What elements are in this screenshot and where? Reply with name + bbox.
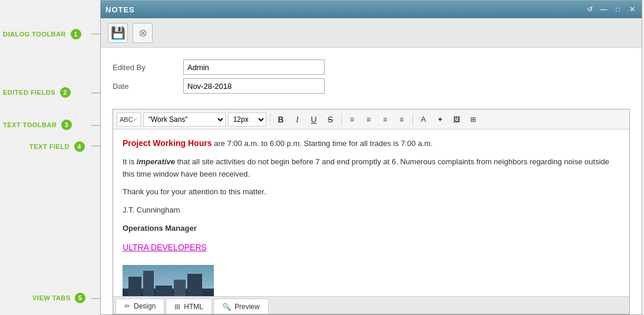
italic-button[interactable]: I xyxy=(290,112,305,127)
bold-button[interactable]: B xyxy=(274,112,288,127)
content-paragraph-5: Operations Manager xyxy=(123,223,620,235)
preview-tab-icon: 🔍 xyxy=(222,303,231,311)
content-paragraph-3: Thank you for your attention to this mat… xyxy=(123,186,620,198)
window-title: NOTES xyxy=(105,5,585,14)
edited-by-label: Edited By xyxy=(113,63,183,72)
toolbar-separator-3 xyxy=(412,114,413,125)
tab-preview[interactable]: 🔍 Preview xyxy=(213,299,269,314)
text-toolbar: ABC ✓ "Work Sans" Arial Times New Roman … xyxy=(113,110,629,130)
image-icon: 🖼 xyxy=(453,115,460,124)
align-center-button[interactable]: ≡ xyxy=(362,112,376,127)
toolbar-separator-1 xyxy=(270,114,270,125)
content-intro: are 7:00 a.m. to 6:00 p.m. Starting time… xyxy=(214,139,432,148)
cancel-icon: ⊗ xyxy=(138,26,147,39)
table-icon: ⊞ xyxy=(470,115,476,124)
edited-fields-section: Edited By Date xyxy=(113,59,630,97)
spellcheck-icon: ABC xyxy=(120,116,133,123)
design-tab-icon: ✏ xyxy=(124,302,130,310)
text-content-area[interactable]: Project Working Hours are 7:00 a.m. to 6… xyxy=(113,130,629,296)
edited-by-input[interactable] xyxy=(183,59,325,75)
window-controls: ↺ — □ ✕ xyxy=(585,5,637,14)
spellcheck-checkmark: ✓ xyxy=(133,116,138,122)
date-label: Date xyxy=(113,82,183,91)
view-tabs: ✏ Design ⊞ HTML 🔍 Preview xyxy=(113,296,629,314)
cancel-button[interactable]: ⊗ xyxy=(133,23,153,43)
content-title: Project Working Hours xyxy=(123,138,212,148)
tab-design[interactable]: ✏ Design xyxy=(115,299,164,314)
building-4 xyxy=(174,280,186,296)
align-left-button[interactable]: ≡ xyxy=(345,112,359,127)
strikethrough-button[interactable]: S xyxy=(323,112,338,127)
html-tab-icon: ⊞ xyxy=(174,303,180,311)
table-button[interactable]: ⊞ xyxy=(466,112,480,127)
building-3 xyxy=(156,286,172,296)
font-select[interactable]: "Work Sans" Arial Times New Roman Verdan… xyxy=(143,112,226,127)
design-tab-label: Design xyxy=(134,302,156,310)
refresh-btn[interactable]: ↺ xyxy=(585,5,595,14)
building-5 xyxy=(187,274,202,296)
annotation-text-toolbar: TEXT TOOLBAR 3 xyxy=(3,120,72,130)
text-editor: ABC ✓ "Work Sans" Arial Times New Roman … xyxy=(113,109,630,314)
annotation-view-tabs: VIEW TABS 5 xyxy=(32,293,85,303)
title-bar: NOTES ↺ — □ ✕ xyxy=(101,1,642,18)
content-paragraph-2: It is imperative that all site activitie… xyxy=(123,156,620,181)
justify-button[interactable]: ≡ xyxy=(395,112,409,127)
building-image xyxy=(123,265,214,296)
spellcheck-button[interactable]: ABC ✓ xyxy=(117,112,141,127)
annotation-text-field: TEXT FIELD 4 xyxy=(29,141,85,152)
preview-tab-label: Preview xyxy=(235,303,260,311)
save-icon: 💾 xyxy=(111,26,126,40)
annotation-edited-fields: EDITED FIELDS 2 xyxy=(3,87,71,98)
html-tab-label: HTML xyxy=(184,303,203,311)
content-link-paragraph: ULTRA DEVELOPERS xyxy=(123,241,620,254)
insert-image-button[interactable]: 🖼 xyxy=(450,112,464,127)
eraser-icon: ✦ xyxy=(437,115,443,124)
toolbar-separator-2 xyxy=(341,114,342,125)
edited-by-row: Edited By xyxy=(113,59,630,75)
annotation-dialog-toolbar: DIALOG TOOLBAR 1 xyxy=(3,29,81,39)
building-2 xyxy=(143,271,154,296)
highlight-button[interactable]: A xyxy=(417,112,431,127)
date-input[interactable] xyxy=(183,78,325,94)
main-content: Edited By Date ABC ✓ "Work Sans" Arial T… xyxy=(101,48,642,314)
content-paragraph-1: Project Working Hours are 7:00 a.m. to 6… xyxy=(123,137,620,150)
content-paragraph-4: J.T. Cunningham xyxy=(123,204,620,217)
content-imperative: imperative xyxy=(137,157,175,166)
tab-html[interactable]: ⊞ HTML xyxy=(166,299,212,314)
date-row: Date xyxy=(113,78,630,94)
save-button[interactable]: 💾 xyxy=(108,23,128,43)
font-size-select[interactable]: 12px 8px 10px 14px 16px xyxy=(228,112,266,127)
maximize-btn[interactable]: □ xyxy=(613,5,623,14)
content-link[interactable]: ULTRA DEVELOPERS xyxy=(123,243,207,252)
minimize-btn[interactable]: — xyxy=(599,5,609,14)
underline-button[interactable]: U xyxy=(307,112,321,127)
dialog-window: NOTES ↺ — □ ✕ 💾 ⊗ Edited By Date xyxy=(100,0,642,315)
building-1 xyxy=(128,277,141,296)
dialog-toolbar: 💾 ⊗ xyxy=(101,18,642,48)
eraser-button[interactable]: ✦ xyxy=(433,112,447,127)
content-title-bold: Operations Manager xyxy=(123,224,197,233)
close-btn[interactable]: ✕ xyxy=(628,5,637,14)
highlight-icon: A xyxy=(421,115,426,124)
align-right-button[interactable]: ≡ xyxy=(378,112,392,127)
